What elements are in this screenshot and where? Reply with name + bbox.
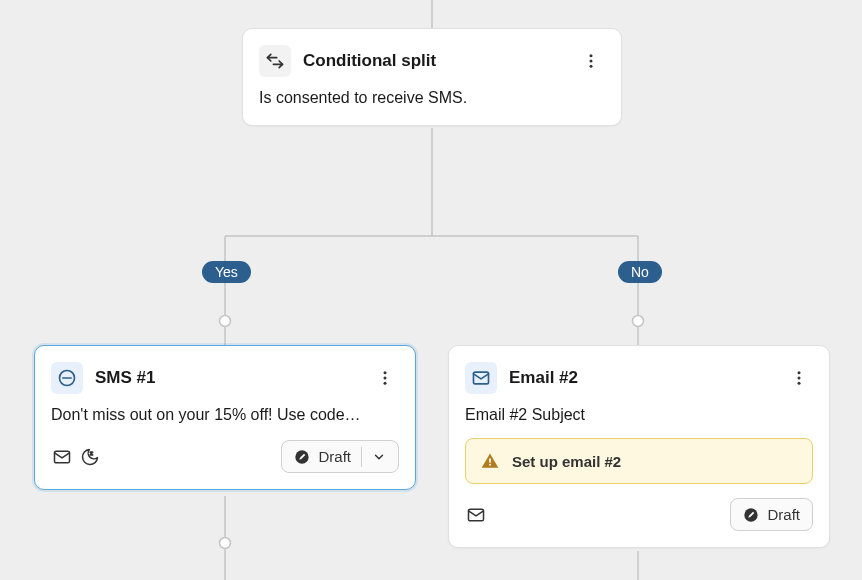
svg-rect-26 (489, 464, 491, 466)
node-title: Email #2 (509, 368, 773, 388)
node-email-2[interactable]: Email #2 Email #2 Subject Set up email #… (448, 345, 830, 548)
branch-label-no: No (618, 261, 662, 283)
more-button[interactable] (785, 364, 813, 392)
pencil-icon (294, 449, 310, 465)
more-button[interactable] (371, 364, 399, 392)
svg-point-12 (590, 65, 593, 68)
svg-point-8 (220, 538, 231, 549)
svg-point-6 (633, 316, 644, 327)
svg-point-22 (798, 371, 801, 374)
status-label: Draft (767, 506, 800, 523)
warning-icon (480, 451, 500, 471)
status-badge[interactable]: Draft (730, 498, 813, 531)
sms-icon (51, 362, 83, 394)
split-icon (259, 45, 291, 77)
chevron-down-icon (372, 450, 386, 464)
svg-point-5 (220, 316, 231, 327)
smart-send-icon (465, 504, 487, 526)
node-description: Is consented to receive SMS. (259, 87, 605, 109)
pencil-icon (743, 507, 759, 523)
warning-text: Set up email #2 (512, 453, 621, 470)
svg-rect-25 (489, 459, 491, 463)
email-subject: Email #2 Subject (465, 404, 813, 426)
svg-point-15 (384, 371, 387, 374)
svg-point-17 (384, 382, 387, 385)
sms-preview-text: Don't miss out on your 15% off! Use code… (51, 404, 399, 426)
svg-text:z: z (90, 450, 93, 456)
email-icon (465, 362, 497, 394)
node-title: SMS #1 (95, 368, 359, 388)
svg-point-24 (798, 382, 801, 385)
node-title: Conditional split (303, 51, 565, 71)
branch-label-yes: Yes (202, 261, 251, 283)
status-dropdown[interactable]: Draft (281, 440, 399, 473)
node-conditional-split[interactable]: Conditional split Is consented to receiv… (242, 28, 622, 126)
status-label: Draft (318, 448, 351, 465)
setup-warning[interactable]: Set up email #2 (465, 438, 813, 484)
node-sms-1[interactable]: SMS #1 Don't miss out on your 15% off! U… (34, 345, 416, 490)
svg-point-10 (590, 54, 593, 57)
quiet-hours-icon: z (79, 446, 101, 468)
svg-point-23 (798, 377, 801, 380)
smart-send-icon (51, 446, 73, 468)
more-button[interactable] (577, 47, 605, 75)
svg-point-11 (590, 60, 593, 63)
svg-point-16 (384, 377, 387, 380)
